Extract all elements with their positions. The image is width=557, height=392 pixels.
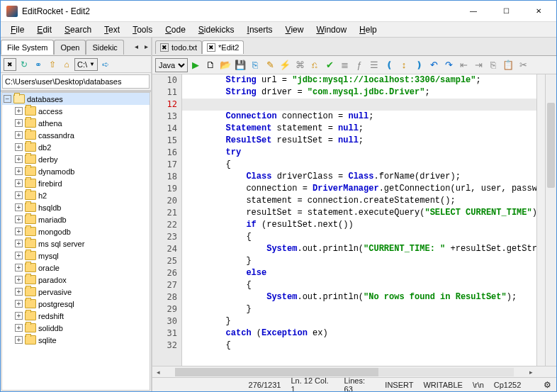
code-line[interactable]: { bbox=[182, 340, 536, 352]
tree-item-redshift[interactable]: redshift bbox=[13, 310, 150, 322]
maximize-button[interactable]: ☐ bbox=[490, 1, 522, 21]
tree-item-pervasive[interactable]: pervasive bbox=[13, 286, 150, 298]
expand-icon[interactable] bbox=[15, 300, 23, 308]
expand-icon[interactable] bbox=[15, 107, 23, 115]
tab-close-icon[interactable]: ✖ bbox=[207, 43, 215, 52]
menu-text[interactable]: Text bbox=[99, 23, 125, 36]
tree-item-ms-sql-server[interactable]: ms sql server bbox=[13, 237, 150, 250]
code-line[interactable]: if (resultSet.next()) bbox=[182, 219, 536, 231]
copy-icon[interactable]: ⎘ bbox=[486, 58, 500, 72]
drive-select[interactable]: C:\▼ bbox=[74, 58, 98, 71]
code-line[interactable]: ResultSet resultSet = null; bbox=[182, 135, 536, 147]
code-line[interactable]: resultSet = statement.executeQuery("SELE… bbox=[182, 207, 536, 219]
expand-icon[interactable] bbox=[15, 240, 23, 247]
fs-refresh-icon[interactable]: ↻ bbox=[18, 58, 30, 71]
tree-item-h2[interactable]: h2 bbox=[13, 189, 150, 201]
close-button[interactable]: ✕ bbox=[522, 1, 555, 21]
undo-icon[interactable]: ↶ bbox=[427, 58, 441, 72]
bolt-icon[interactable]: ⚡ bbox=[278, 58, 292, 72]
tree-item-sqlite[interactable]: sqlite bbox=[13, 334, 150, 346]
bracket-right-icon[interactable]: ❫ bbox=[412, 58, 426, 72]
file-tree[interactable]: databasesaccessathenacassandradb2derbydy… bbox=[1, 92, 150, 391]
expand-icon[interactable] bbox=[15, 288, 23, 296]
vertical-scrollbar[interactable] bbox=[545, 74, 556, 366]
menu-file[interactable]: File bbox=[5, 23, 30, 36]
path-field[interactable] bbox=[2, 74, 150, 89]
fs-up-icon[interactable]: ⇧ bbox=[46, 58, 59, 71]
fs-close-icon[interactable]: ✖ bbox=[4, 58, 16, 71]
tree-item-oracle[interactable]: oracle bbox=[13, 262, 150, 274]
code-line[interactable]: Statement statement = null; bbox=[182, 123, 536, 135]
h-scroll-left[interactable]: ◂ bbox=[152, 366, 164, 378]
expand-icon[interactable] bbox=[15, 203, 23, 211]
tree-item-access[interactable]: access bbox=[13, 105, 150, 117]
db-icon[interactable]: ≣ bbox=[337, 58, 351, 72]
expand-icon[interactable] bbox=[15, 119, 23, 127]
path-input[interactable] bbox=[2, 74, 150, 89]
tree-item-hsqldb[interactable]: hsqldb bbox=[13, 201, 150, 213]
menu-sidekicks[interactable]: Sidekicks bbox=[193, 23, 240, 36]
code-line[interactable]: String url = "jdbc:mysql://localhost:330… bbox=[182, 74, 536, 86]
tree-item-mysql[interactable]: mysql bbox=[13, 250, 150, 262]
expand-icon[interactable] bbox=[15, 228, 23, 235]
code-line[interactable]: statement = connection.createStatement()… bbox=[182, 195, 536, 207]
redo-icon[interactable]: ↷ bbox=[441, 58, 456, 72]
tree-item-derby[interactable]: derby bbox=[13, 153, 150, 165]
tab-close-icon[interactable]: ✖ bbox=[160, 43, 169, 52]
expand-icon[interactable] bbox=[15, 252, 23, 259]
comment-icon[interactable]: ⎌ bbox=[308, 58, 322, 72]
status-tool-icon[interactable]: ⚙ bbox=[541, 379, 553, 391]
indent-right-icon[interactable]: ⇥ bbox=[471, 58, 485, 72]
tree-item-soliddb[interactable]: soliddb bbox=[13, 322, 150, 334]
tree-root[interactable]: databases bbox=[2, 93, 150, 105]
code-line[interactable]: } bbox=[182, 315, 536, 327]
h-scroll-right[interactable]: ▸ bbox=[525, 366, 536, 378]
sidebar-tab-prev[interactable]: ◂ bbox=[131, 43, 141, 50]
sidebar-tab-file-system[interactable]: File System bbox=[1, 40, 54, 55]
tree-item-firebird[interactable]: firebird bbox=[13, 177, 150, 189]
code-line[interactable] bbox=[182, 99, 536, 111]
horizontal-scrollbar[interactable]: ◂ ▸ bbox=[152, 366, 556, 377]
paste-icon[interactable]: 📋 bbox=[501, 58, 515, 72]
bracket-left-icon[interactable]: ❪ bbox=[382, 58, 396, 72]
code-line[interactable]: { bbox=[182, 231, 536, 243]
menu-view[interactable]: View bbox=[280, 23, 310, 36]
v-scroll-thumb[interactable] bbox=[547, 103, 555, 188]
sidebar-tab-next[interactable]: ▸ bbox=[141, 43, 151, 50]
editor-tab--Edit2[interactable]: ✖*Edit2 bbox=[202, 40, 244, 54]
language-select[interactable]: Java bbox=[155, 58, 188, 72]
code-line[interactable]: } bbox=[182, 255, 536, 267]
bracket-jump-icon[interactable]: ↕ bbox=[397, 58, 411, 72]
expand-icon[interactable] bbox=[15, 324, 23, 332]
expand-icon[interactable] bbox=[15, 131, 23, 139]
cut-icon[interactable]: ✂ bbox=[516, 58, 530, 72]
wand-icon[interactable]: ✎ bbox=[263, 58, 277, 72]
open-file-icon[interactable]: 📂 bbox=[218, 58, 232, 72]
check-icon[interactable]: ✔ bbox=[322, 58, 337, 72]
code-line[interactable]: { bbox=[182, 159, 536, 171]
menu-help[interactable]: Help bbox=[354, 23, 383, 36]
expand-icon[interactable] bbox=[15, 179, 23, 187]
tree-item-db2[interactable]: db2 bbox=[13, 141, 150, 153]
code-view[interactable]: String url = "jdbc:mysql://localhost:330… bbox=[182, 74, 536, 366]
menu-inserts[interactable]: Inserts bbox=[242, 23, 278, 36]
tree-item-mongodb[interactable]: mongodb bbox=[13, 225, 150, 237]
expand-icon[interactable] bbox=[15, 191, 23, 199]
save-all-icon[interactable]: ⎘ bbox=[248, 58, 262, 72]
expand-icon[interactable] bbox=[15, 143, 23, 151]
run-icon[interactable]: ▶ bbox=[189, 58, 203, 72]
nav-icon[interactable]: ☰ bbox=[367, 58, 381, 72]
menu-tools[interactable]: Tools bbox=[127, 23, 158, 36]
menu-window[interactable]: Window bbox=[310, 23, 352, 36]
tree-item-paradox[interactable]: paradox bbox=[13, 274, 150, 286]
code-line[interactable]: System.out.println("No rows found in Res… bbox=[182, 291, 536, 303]
fs-connect-icon[interactable]: ⚭ bbox=[32, 58, 45, 71]
tag-icon[interactable]: ⌘ bbox=[293, 58, 307, 72]
code-line[interactable]: catch (Exception ex) bbox=[182, 327, 536, 340]
tree-item-dynamodb[interactable]: dynamodb bbox=[13, 165, 150, 177]
fs-home-icon[interactable]: ⌂ bbox=[60, 58, 73, 71]
expand-icon[interactable] bbox=[15, 155, 23, 163]
code-line[interactable]: else bbox=[182, 267, 536, 279]
expand-icon[interactable] bbox=[15, 312, 23, 320]
code-line[interactable]: } bbox=[182, 303, 536, 315]
